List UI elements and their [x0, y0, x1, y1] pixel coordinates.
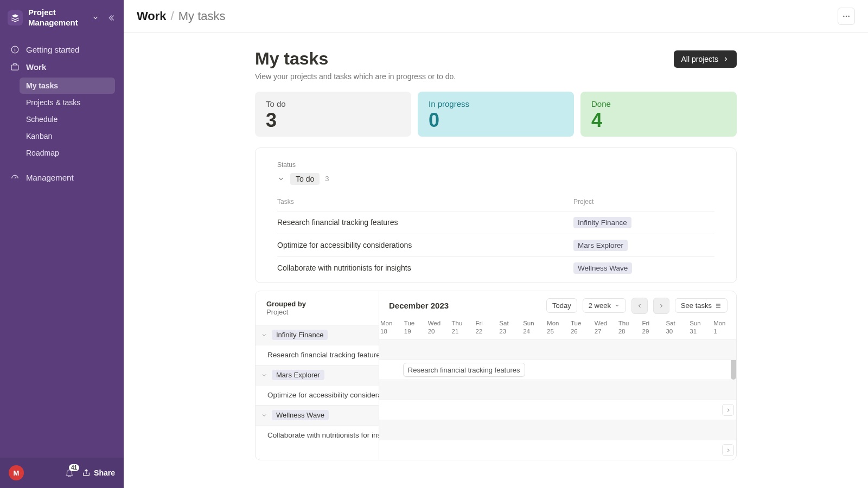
breadcrumb-leaf[interactable]: My tasks [178, 9, 226, 23]
timeline-day-cell: Sat30 [665, 319, 688, 336]
timeline-prev-button[interactable] [631, 298, 648, 314]
sidebar-subitem-label: Projects & tasks [26, 98, 80, 107]
button-label: See tasks [681, 301, 712, 310]
timeline-body-task-row[interactable] [379, 440, 736, 460]
sidebar-nav: Getting started Work My tasks Projects &… [0, 34, 124, 187]
stat-label: Done [591, 99, 726, 108]
timeline-day-cell: Thu28 [617, 319, 641, 336]
stat-card-in-progress[interactable]: In progress 0 [418, 92, 574, 137]
chevron-right-icon [723, 56, 729, 62]
grouped-by-header[interactable]: Grouped by Project [256, 291, 379, 325]
breadcrumb-root[interactable]: Work [137, 9, 167, 23]
timeline-day-cell: Wed20 [427, 319, 451, 336]
sidebar-subitem-kanban[interactable]: Kanban [20, 128, 115, 144]
column-header-project: Project [573, 198, 714, 206]
project-pill[interactable]: Mars Explorer [573, 240, 628, 251]
notifications-button[interactable]: 41 [65, 468, 74, 478]
timeline-task-label[interactable]: Optimize for accessibility consideration… [256, 385, 379, 405]
sidebar-subitem-roadmap[interactable]: Roadmap [20, 145, 115, 161]
timeline-day-cell: Tue19 [403, 319, 427, 336]
sidebar-item-management[interactable]: Management [4, 169, 119, 187]
sidebar: Project Management Getting started Work … [0, 0, 124, 488]
project-pill[interactable]: Wellness Wave [573, 262, 632, 274]
breadcrumb-separator: / [171, 9, 174, 23]
page-title: My tasks [255, 49, 674, 69]
button-label: All projects [681, 55, 718, 63]
project-pill: Infinity Finance [272, 330, 328, 340]
task-name: Research financial tracking features [277, 218, 573, 227]
task-row[interactable]: Optimize for accessibility consideration… [277, 234, 714, 256]
topbar: Work / My tasks [124, 0, 868, 33]
task-row[interactable]: Collaborate with nutritionists for insig… [277, 256, 714, 279]
svg-point-3 [846, 15, 847, 16]
sidebar-footer: M 41 Share [0, 458, 124, 488]
chevron-down-icon[interactable] [261, 372, 267, 378]
timeline-body-task-row[interactable] [379, 400, 736, 420]
all-projects-button[interactable]: All projects [674, 50, 737, 68]
share-icon [82, 468, 91, 477]
sidebar-subitem-schedule[interactable]: Schedule [20, 111, 115, 127]
timeline-body[interactable]: Research financial tracking features [379, 339, 736, 460]
stat-value: 0 [429, 110, 563, 131]
timeline-body-task-row[interactable]: Research financial tracking features [379, 359, 736, 380]
button-label: 2 week [589, 301, 611, 310]
sidebar-subitem-my-tasks[interactable]: My tasks [20, 78, 115, 94]
timeline-group-row[interactable]: Infinity Finance [256, 325, 379, 345]
avatar-initial: M [14, 469, 20, 477]
status-pill: To do [290, 173, 320, 185]
briefcase-icon [10, 62, 20, 72]
sidebar-item-work[interactable]: Work [4, 59, 119, 76]
chevron-down-icon[interactable] [261, 412, 267, 419]
timeline-day-cell: Mon25 [546, 319, 570, 336]
collapse-sidebar-button[interactable] [104, 11, 117, 24]
chevron-right-icon [658, 303, 665, 309]
timeline-bar[interactable]: Research financial tracking features [403, 363, 525, 377]
stat-card-todo[interactable]: To do 3 [255, 92, 411, 137]
sidebar-item-getting-started[interactable]: Getting started [4, 41, 119, 59]
workspace-switcher[interactable]: Project Management [28, 8, 99, 28]
today-button[interactable]: Today [546, 298, 577, 313]
sidebar-subitem-label: Roadmap [26, 149, 59, 157]
project-pill[interactable]: Infinity Finance [573, 217, 631, 228]
status-group-header[interactable]: To do 3 [277, 173, 714, 185]
chevron-down-icon[interactable] [261, 332, 267, 338]
info-icon [10, 45, 20, 55]
content-scroll[interactable]: My tasks All projects View your projects… [124, 33, 868, 488]
stat-card-done[interactable]: Done 4 [580, 92, 737, 137]
ellipsis-icon [842, 12, 851, 21]
share-button[interactable]: Share [82, 468, 115, 477]
notification-count-badge: 41 [69, 464, 79, 471]
more-options-button[interactable] [838, 8, 855, 25]
see-tasks-button[interactable]: See tasks [675, 298, 727, 313]
main: Work / My tasks My tasks All projects Vi… [124, 0, 868, 488]
timeline-group-row[interactable]: Wellness Wave [256, 405, 379, 425]
timeline-day-cell: Mon18 [379, 319, 403, 336]
timeline-next-button[interactable] [653, 298, 669, 314]
project-pill: Mars Explorer [272, 370, 324, 380]
share-label: Share [94, 468, 115, 477]
stat-value: 3 [266, 110, 400, 131]
page-header: My tasks All projects [255, 49, 737, 69]
sidebar-subitem-projects-tasks[interactable]: Projects & tasks [20, 94, 115, 111]
chevron-down-icon[interactable] [277, 175, 285, 183]
avatar[interactable]: M [9, 465, 24, 480]
timeline-day-cell: Sun31 [688, 319, 712, 336]
timeline-group-row[interactable]: Mars Explorer [256, 365, 379, 385]
svg-point-4 [848, 15, 849, 16]
timeline-left-column: Grouped by Project Infinity FinanceResea… [256, 291, 379, 460]
timeline-task-label[interactable]: Research financial tracking features [256, 345, 379, 365]
range-select[interactable]: 2 week [583, 298, 626, 313]
task-row[interactable]: Research financial tracking features Inf… [277, 211, 714, 234]
button-label: Today [552, 301, 571, 310]
timeline-task-label[interactable]: Collaborate with nutritionists for insig… [256, 425, 379, 445]
stats-row: To do 3 In progress 0 Done 4 [255, 92, 737, 137]
timeline-toolbar: December 2023 Today 2 week [379, 291, 736, 316]
timeline-offscreen-right-button[interactable] [722, 404, 734, 416]
grouped-by-label: Grouped by [266, 300, 368, 308]
timeline-offscreen-right-button[interactable] [722, 444, 734, 456]
timeline-day-cell: Tue26 [570, 319, 593, 336]
svg-rect-1 [11, 65, 18, 70]
timeline-day-header: Mon18Tue19Wed20Thu21Fri22Sat23Sun24Mon25… [379, 316, 736, 340]
sidebar-subitem-label: My tasks [26, 81, 58, 90]
status-count: 3 [325, 175, 329, 183]
